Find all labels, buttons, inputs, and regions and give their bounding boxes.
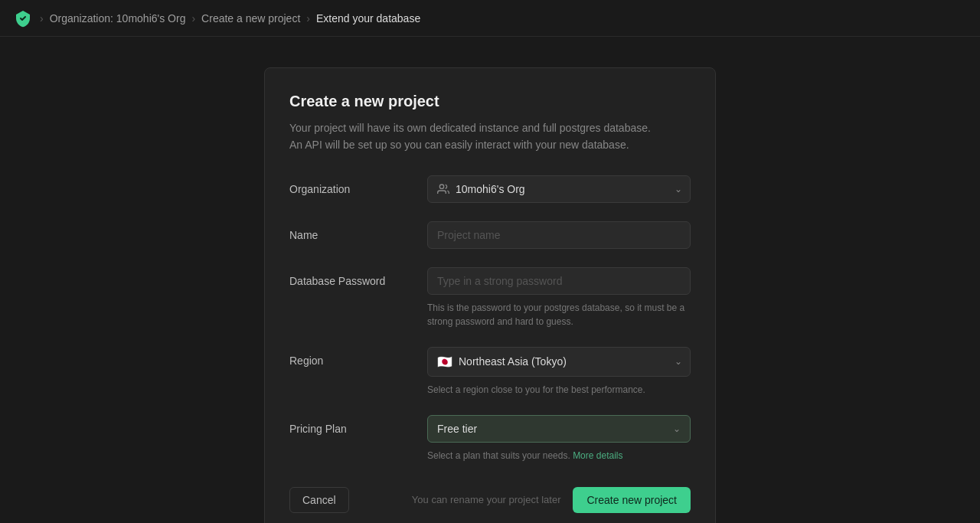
organization-chevron-icon: ⌄ — [675, 184, 682, 194]
form-footer: Cancel You can rename your project later… — [289, 481, 691, 513]
region-field: 🇯🇵 Northeast Asia (Tokyo) ⌄ Select a reg… — [427, 347, 691, 397]
password-label: Database Password — [289, 267, 412, 287]
pricing-row: Pricing Plan Free tier ⌄ Select a plan t… — [289, 415, 691, 463]
project-name-input[interactable] — [427, 221, 691, 249]
main-content: Create a new project Your project will h… — [0, 37, 980, 523]
pricing-value: Free tier — [437, 423, 477, 435]
region-flag-icon: 🇯🇵 — [437, 355, 452, 369]
region-row: Region 🇯🇵 Northeast Asia (Tokyo) ⌄ Selec… — [289, 347, 691, 397]
organization-row: Organization 10mohi6's Org ⌄ — [289, 175, 691, 203]
breadcrumb-org[interactable]: Organization: 10mohi6's Org — [50, 12, 186, 25]
organization-field: 10mohi6's Org ⌄ — [427, 175, 691, 203]
region-value: Northeast Asia (Tokyo) — [459, 355, 665, 368]
name-label: Name — [289, 221, 412, 241]
breadcrumb-chevron-3: › — [306, 12, 310, 25]
password-row: Database Password This is the password t… — [289, 267, 691, 329]
svg-point-0 — [439, 185, 443, 188]
pricing-hint: Select a plan that suits your needs. Mor… — [427, 449, 691, 463]
footer-right: You can rename your project later Create… — [412, 487, 691, 513]
rename-hint: You can rename your project later — [412, 494, 561, 505]
pricing-more-details-link[interactable]: More details — [573, 450, 622, 461]
region-select[interactable]: 🇯🇵 Northeast Asia (Tokyo) ⌄ — [427, 347, 691, 377]
pricing-field: Free tier ⌄ Select a plan that suits you… — [427, 415, 691, 463]
organization-select[interactable]: 10mohi6's Org ⌄ — [427, 175, 691, 203]
organization-label: Organization — [289, 175, 412, 195]
breadcrumb-chevron-2: › — [191, 12, 195, 25]
breadcrumb-chevron-1: › — [40, 12, 44, 25]
form-description: Your project will have its own dedicated… — [289, 119, 691, 154]
org-icon — [437, 183, 449, 195]
password-hint: This is the password to your postgres da… — [427, 301, 691, 329]
form-card: Create a new project Your project will h… — [264, 67, 716, 523]
breadcrumb-extend-db: Extend your database — [316, 12, 420, 25]
form-title: Create a new project — [289, 93, 691, 110]
breadcrumb-new-project[interactable]: Create a new project — [201, 12, 300, 25]
name-row: Name — [289, 221, 691, 249]
create-project-button[interactable]: Create new project — [573, 487, 691, 513]
organization-value: 10mohi6's Org — [456, 183, 665, 195]
password-field: This is the password to your postgres da… — [427, 267, 691, 329]
password-input[interactable] — [427, 267, 691, 295]
pricing-label: Pricing Plan — [289, 415, 412, 435]
region-chevron-icon: ⌄ — [675, 356, 682, 367]
topbar: › Organization: 10mohi6's Org › Create a… — [0, 0, 980, 37]
region-label: Region — [289, 347, 412, 367]
pricing-chevron-icon: ⌄ — [673, 423, 681, 434]
cancel-button[interactable]: Cancel — [289, 487, 349, 513]
logo[interactable] — [12, 8, 34, 29]
region-hint: Select a region close to you for the bes… — [427, 383, 691, 397]
name-field — [427, 221, 691, 249]
pricing-select[interactable]: Free tier ⌄ — [427, 415, 691, 443]
